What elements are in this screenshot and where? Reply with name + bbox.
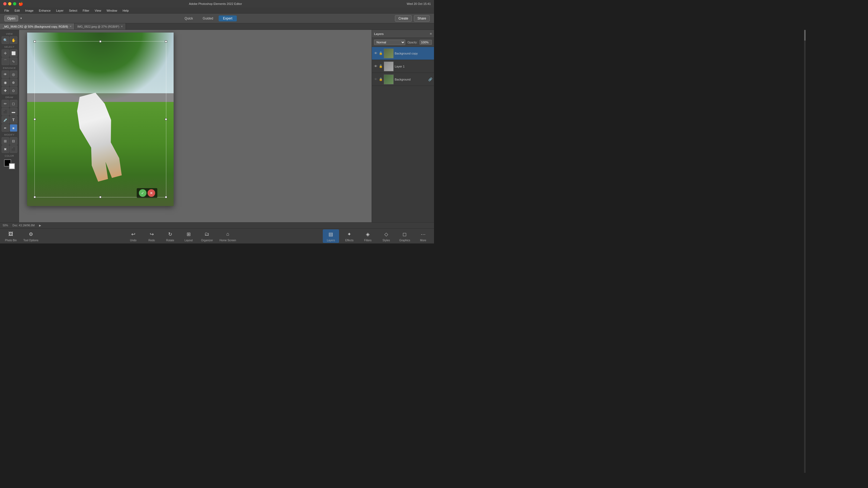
blur-tool[interactable]: ◎ xyxy=(10,70,18,78)
menu-image[interactable]: Image xyxy=(23,8,36,13)
menu-window[interactable]: Window xyxy=(104,8,119,13)
confirm-ok-button[interactable]: ✓ xyxy=(139,189,147,197)
open-button[interactable]: Open xyxy=(4,15,18,22)
tab-jpeg[interactable]: IMG_0822.jpeg @ 37% (RGB/8*) ✕ xyxy=(74,23,126,30)
home-screen-icon: ⌂ xyxy=(224,230,231,238)
menu-help[interactable]: Help xyxy=(120,8,131,13)
layout-button[interactable]: ⊞ Layout xyxy=(180,229,197,243)
layers-panel-button[interactable]: ▤ Layers xyxy=(323,229,339,243)
transform-tool[interactable]: ⊟ xyxy=(10,137,18,145)
brush-tool[interactable]: ✏ xyxy=(2,100,9,107)
sponge-tool[interactable]: ◉ xyxy=(2,78,9,86)
marquee-tool[interactable]: ⬜ xyxy=(10,50,18,57)
bottom-right-buttons: ▤ Layers ✦ Effects ◈ Filters ◇ Styles ◻ … xyxy=(323,229,431,243)
recompose-tool[interactable]: ✖ xyxy=(2,145,9,153)
more-button[interactable]: ⋯ More xyxy=(415,229,431,243)
tool-options-button[interactable]: ⚙ Tool Options xyxy=(21,229,41,243)
minimize-window-button[interactable] xyxy=(8,2,11,5)
zoom-tool[interactable]: 🔍 xyxy=(2,36,9,44)
photo-bin-button[interactable]: 🖼 Photo Bin xyxy=(3,229,19,243)
quick-selection-tool[interactable]: ∿ xyxy=(10,58,18,65)
rotate-button[interactable]: ↻ Rotate xyxy=(162,229,178,243)
canvas-container[interactable]: ✓ ✕ xyxy=(27,33,174,206)
menu-view[interactable]: View xyxy=(93,8,103,13)
redo-button[interactable]: ↪ Redo xyxy=(144,229,160,243)
menu-select[interactable]: Select xyxy=(67,8,80,13)
styles-button[interactable]: ◇ Styles xyxy=(378,229,394,243)
layers-more-icon[interactable]: ≡ xyxy=(430,32,432,36)
apple-icon: 🍎 xyxy=(19,2,23,6)
close-window-button[interactable] xyxy=(3,2,6,5)
right-panel: Layers ≡ Normal Dissolve Multiply Screen… xyxy=(372,30,434,222)
menu-layer[interactable]: Layer xyxy=(54,8,66,13)
effects-button[interactable]: ✦ Effects xyxy=(341,229,358,243)
gradient-tool[interactable]: ▬ xyxy=(10,108,18,116)
guided-mode-button[interactable]: Guided xyxy=(198,15,218,22)
layers-panel-header: Layers ≡ xyxy=(372,30,434,38)
menu-file[interactable]: File xyxy=(2,8,11,13)
effects-icon: ✦ xyxy=(346,230,353,238)
paint-bucket-tool[interactable]: ⬛ xyxy=(2,108,9,116)
maximize-window-button[interactable] xyxy=(13,2,16,5)
confirm-cancel-button[interactable]: ✕ xyxy=(148,189,155,197)
lasso-tool[interactable]: ⌒ xyxy=(2,58,9,65)
undo-button[interactable]: ↩ Undo xyxy=(125,229,141,243)
opacity-input[interactable] xyxy=(420,40,432,45)
menu-enhance[interactable]: Enhance xyxy=(37,8,53,13)
color-square-tool[interactable]: ■ xyxy=(10,124,18,132)
tab-jpeg-close[interactable]: ✕ xyxy=(121,25,123,28)
blend-mode-select[interactable]: Normal Dissolve Multiply Screen Overlay xyxy=(374,40,405,45)
bottom-center-buttons: ↩ Undo ↪ Redo ↻ Rotate ⊞ Layout 🗂 Organi… xyxy=(125,229,238,243)
pen-tool[interactable]: ✒ xyxy=(2,124,9,132)
tab-cr2-close[interactable]: ✕ xyxy=(69,25,72,28)
eraser-tool[interactable]: ◻ xyxy=(10,100,18,107)
menu-bar: File Edit Image Enhance Layer Select Fil… xyxy=(0,8,434,13)
create-button[interactable]: Create xyxy=(395,15,412,22)
clone-tool[interactable]: ⊕ xyxy=(10,78,18,86)
expert-mode-button[interactable]: Expert xyxy=(219,15,237,22)
layer-visibility-toggle-bg[interactable]: 👁 xyxy=(373,77,378,82)
layer-thumb-copy xyxy=(384,48,394,58)
enhance-section-label: ENHANCE xyxy=(1,67,18,69)
tab-cr2[interactable]: _MG_9648.CR2 @ 50% (Background copy, RGB… xyxy=(0,23,74,30)
open-arrow-icon[interactable]: ▾ xyxy=(20,17,22,20)
magnify-tool[interactable]: ⊙ xyxy=(10,87,18,94)
transform-confirm-buttons: ✓ ✕ xyxy=(137,188,157,198)
organizer-button[interactable]: 🗂 Organizer xyxy=(199,229,215,243)
layers-panel-title: Layers xyxy=(374,32,383,35)
layer-item-layer1[interactable]: 👁 🔓 Layer 1 xyxy=(372,60,434,73)
layers-list: 👁 🔓 Background copy 👁 🔓 Layer 1 👁 🔒 xyxy=(372,47,434,222)
photo-bin-label: Photo Bin xyxy=(5,239,17,242)
menu-edit[interactable]: Edit xyxy=(12,8,22,13)
bottom-left-buttons: 🖼 Photo Bin ⚙ Tool Options xyxy=(3,229,41,243)
graphics-label: Graphics xyxy=(399,239,410,242)
layer-link-icon: 🔗 xyxy=(428,77,432,82)
redo-icon: ↪ xyxy=(148,230,155,238)
type-tool[interactable]: T xyxy=(10,116,18,124)
quick-mode-button[interactable]: Quick xyxy=(180,15,197,22)
filters-button[interactable]: ◈ Filters xyxy=(360,229,376,243)
modify-section-label: MODIFY xyxy=(1,133,18,136)
layer-lock-layer1: 🔓 xyxy=(379,65,383,68)
layer-item-background[interactable]: 👁 🔒 Background 🔗 xyxy=(372,73,434,86)
draw-section-label: DRAW xyxy=(1,96,18,99)
home-screen-button[interactable]: ⌂ Home Screen xyxy=(217,229,238,243)
rotate-icon: ↻ xyxy=(166,230,174,238)
move-tool[interactable]: ✛ xyxy=(2,50,9,57)
crop-tool[interactable]: ⊞ xyxy=(2,137,9,145)
hand-tool[interactable]: ✋ xyxy=(10,36,18,44)
graphics-icon: ◻ xyxy=(401,230,408,238)
layer-visibility-toggle-copy[interactable]: 👁 xyxy=(373,51,378,56)
status-arrow[interactable]: ▶ xyxy=(39,224,41,227)
shape-tool[interactable]: ⬛ xyxy=(10,145,18,153)
red-eye-tool[interactable]: 👁 xyxy=(2,70,9,78)
graphics-button[interactable]: ◻ Graphics xyxy=(397,229,413,243)
menu-filter[interactable]: Filter xyxy=(81,8,91,13)
tool-options-icon: ⚙ xyxy=(27,230,35,238)
eyedropper-tool[interactable]: 💉 xyxy=(2,116,9,124)
share-button[interactable]: Share xyxy=(414,15,430,22)
healing-tool[interactable]: ✚ xyxy=(2,87,9,94)
background-color[interactable] xyxy=(9,163,15,169)
layer-visibility-toggle-layer1[interactable]: 👁 xyxy=(373,64,378,69)
layer-item-background-copy[interactable]: 👁 🔓 Background copy xyxy=(372,47,434,60)
